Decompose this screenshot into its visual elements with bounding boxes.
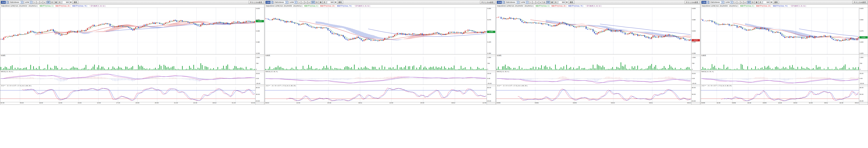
period-button-1[interactable]: 日 [547, 1, 550, 4]
last-price-chip: 9,505 [487, 31, 495, 33]
zoom-out-button[interactable]: − [36, 1, 39, 4]
period-button-0[interactable]: 分 [46, 1, 50, 4]
crosshair-button[interactable]: × [304, 1, 307, 4]
symbol-select[interactable]: 日経225mini▼ [9, 1, 24, 4]
price-tick-label: 9,580 [692, 19, 696, 21]
bar-count-input[interactable] [558, 1, 565, 4]
zoom-out-button[interactable]: − [301, 1, 304, 4]
volume-chart-canvas[interactable] [265, 57, 487, 70]
price-tick-label: 9,295 [256, 52, 260, 54]
period-button-3[interactable]: 月 [323, 1, 327, 4]
apply-button[interactable]: 適用 [773, 1, 779, 4]
contract-select[interactable]: 12/08▼ [725, 1, 733, 4]
stochastics-axis: 80.0050.0020.00 [255, 87, 264, 102]
contract-select[interactable]: 12/08▼ [520, 1, 529, 4]
volume-chart-canvas[interactable] [701, 57, 859, 70]
price-chart-canvas[interactable] [496, 8, 691, 54]
stochastics-chart-canvas[interactable] [0, 87, 255, 102]
macd-chart-canvas[interactable] [0, 73, 255, 84]
stochastics-chart-canvas[interactable] [496, 87, 691, 102]
grid-button[interactable]: ≡ [43, 1, 46, 4]
macd-section-label: MACD( 12, 26, 9 ) [0, 70, 255, 73]
grid-button[interactable]: ≡ [308, 1, 311, 4]
chart-legend: 日経225mini 12/08( 510, 2012/04/09 - 2012/… [265, 5, 495, 8]
zoom-in-button[interactable]: + [298, 1, 301, 4]
volume-chart-canvas[interactable] [496, 57, 691, 70]
category-select[interactable]: 先物▼ [497, 1, 504, 4]
indicator-legend-item: 移動平均(Close, 25 ) [320, 5, 335, 7]
category-select-value: 先物 [702, 1, 706, 4]
category-select[interactable]: 先物▼ [702, 1, 709, 4]
period-button-3[interactable]: 月 [758, 1, 762, 4]
category-select[interactable]: 先物▼ [1, 1, 8, 4]
bar-count-input[interactable] [62, 1, 69, 4]
zoom-out-button[interactable]: − [737, 1, 740, 4]
period-button-0[interactable]: 分 [542, 1, 546, 4]
price-chart-canvas[interactable] [701, 8, 859, 54]
period-button-1[interactable]: 日 [51, 1, 54, 4]
technical-settings-button[interactable]: テクニカル設定 [852, 1, 867, 4]
macd-chart-canvas[interactable] [265, 73, 487, 84]
period-button-3[interactable]: 月 [58, 1, 62, 4]
chart-toolbar: 先物▼ 日経225mini▼ 12/08▼ +−×≡ 分日週月 本 適用 テクニ… [265, 0, 495, 5]
period-button-2[interactable]: 週 [755, 1, 758, 4]
zoom-in-button[interactable]: + [529, 1, 532, 4]
technical-settings-button[interactable]: テクニカル設定 [685, 1, 700, 4]
period-button-1[interactable]: 日 [751, 1, 755, 4]
contract-select[interactable]: 12/08▼ [24, 1, 33, 4]
technical-settings-button[interactable]: テクニカル設定 [480, 1, 495, 4]
crosshair-button[interactable]: × [740, 1, 743, 4]
time-tick-label: 04/05 [497, 102, 500, 105]
period-button-2[interactable]: 週 [319, 1, 322, 4]
volume-tick-label: 0 [256, 69, 257, 70]
period-button-2[interactable]: 週 [550, 1, 554, 4]
apply-button[interactable]: 適用 [337, 1, 343, 4]
volume-tick-label: 1,500 [692, 57, 696, 59]
stochastics-chart-canvas[interactable] [701, 87, 859, 102]
period-button-1[interactable]: 日 [315, 1, 319, 4]
indicator-legend-item: 移動平均(Close, 5 ) [535, 5, 550, 7]
symbol-select[interactable]: 日経225mini▼ [710, 1, 724, 4]
grid-button[interactable]: ≡ [744, 1, 747, 4]
macd-tick-label: 25.00 [860, 73, 863, 74]
macd-chart-canvas[interactable] [701, 73, 859, 84]
time-tick-label: 16:30 [747, 102, 751, 105]
period-button-0[interactable]: 分 [311, 1, 315, 4]
time-tick-label: 20:00 [327, 102, 331, 105]
period-button-3[interactable]: 月 [554, 1, 558, 4]
time-tick-label: 04/12 [213, 102, 216, 105]
technical-settings-button[interactable]: テクニカル設定 [249, 1, 264, 4]
price-chart-canvas[interactable] [0, 8, 255, 54]
contract-select[interactable]: 12/08▼ [289, 1, 297, 4]
chart-toolbar: 先物▼ 日経225mini▼ 12/08▼ +−×≡ 分日週月 本 適用 テクニ… [701, 0, 868, 5]
price-tick-label: 9,400 [860, 41, 863, 43]
contract-select-value: 12/08 [289, 1, 294, 3]
symbol-select[interactable]: 日経225mini▼ [274, 1, 288, 4]
grid-button[interactable]: ≡ [539, 1, 542, 4]
indicator-legend-list: 移動平均(Close, 5 )移動平均(Close, 25 )移動平均(Clos… [740, 5, 806, 7]
price-chart-canvas[interactable] [265, 8, 487, 54]
volume-chart-canvas[interactable] [0, 57, 255, 70]
crosshair-button[interactable]: × [536, 1, 539, 4]
bar-count-input[interactable] [327, 1, 334, 4]
symbol-select[interactable]: 日経225mini▼ [505, 1, 520, 4]
apply-button[interactable]: 適用 [568, 1, 575, 4]
macd-chart-canvas[interactable] [496, 73, 691, 84]
zoom-out-button[interactable]: − [532, 1, 535, 4]
crosshair-button[interactable]: × [40, 1, 43, 4]
stochastics-chart-canvas[interactable] [265, 87, 487, 102]
chevron-down-icon: ▼ [294, 1, 297, 4]
chevron-down-icon: ▼ [502, 1, 504, 4]
zoom-in-button[interactable]: + [33, 1, 36, 4]
macd-chart-section [701, 73, 859, 84]
period-button-0[interactable]: 分 [747, 1, 751, 4]
indicator-legend-item: 移動平均(Close, 75 ) [337, 5, 352, 7]
macd-tick-label: -25.00 [487, 83, 492, 84]
category-select[interactable]: 先物▼ [266, 1, 273, 4]
price-axis: 9,4709,6559,5809,5059,4309,355 [691, 8, 700, 54]
zoom-in-button[interactable]: + [734, 1, 737, 4]
apply-button[interactable]: 適用 [72, 1, 79, 4]
period-button-2[interactable]: 週 [54, 1, 58, 4]
indicator-legend-list: 移動平均(Close, 5 )移動平均(Close, 25 )移動平均(Clos… [39, 5, 105, 7]
bar-count-input[interactable] [763, 1, 770, 4]
